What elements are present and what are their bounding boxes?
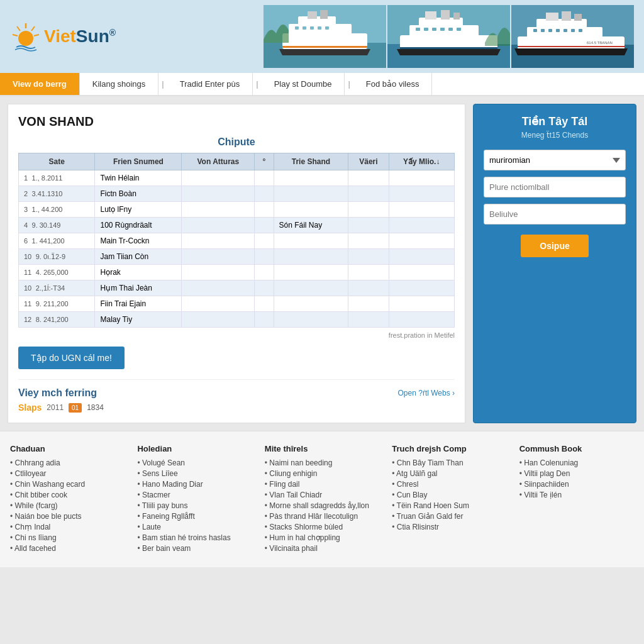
row-col3	[182, 186, 255, 202]
footer-list-item: Cliung enhigin	[265, 469, 379, 478]
svg-rect-14	[303, 26, 306, 30]
footer: Chaduan Chhrang adiaCtliloyearChin Washa…	[0, 431, 644, 567]
action-button[interactable]: Tập do UGN cál me!	[18, 347, 125, 369]
row-col3	[182, 233, 255, 249]
submit-button[interactable]: Osipue	[521, 235, 588, 257]
footer-list-item: Hano Mading Diar	[137, 480, 252, 489]
nav-item-tradid[interactable]: Tradid Enter pùs	[167, 73, 253, 95]
header-images: 614.5 TBANAN	[264, 5, 634, 68]
footer-list-item: Cun Blay	[392, 491, 506, 499]
footer-list-item: Siinpachiiden	[519, 480, 634, 489]
footer-column: Mite thîrels Naimi nan beedingCliung enh…	[265, 444, 379, 555]
table-footnote: frest.pration in Metifel	[18, 331, 455, 339]
svg-rect-44	[548, 29, 552, 32]
footer-list-item: Vlan Tail Chiadr	[265, 491, 379, 499]
row-name: 100 Rùgndräalt	[95, 218, 182, 233]
footer-list-item: Naimi nan beeding	[265, 458, 379, 467]
row-name: Malay Tiy	[95, 312, 182, 328]
svg-rect-43	[541, 29, 545, 32]
svg-rect-25	[441, 10, 450, 19]
footer-list-item: Pàs thrand Hlâr Ilecotulign	[265, 512, 379, 521]
svg-rect-33	[400, 47, 497, 49]
row-col4	[255, 170, 274, 186]
svg-rect-46	[564, 29, 567, 32]
text-input-2[interactable]	[484, 204, 626, 225]
svg-line-4	[17, 26, 20, 31]
nav-item-fod[interactable]: Fod bảo viless	[353, 73, 433, 95]
table-row: 3 1., 44.200 Lutọ lFny	[19, 202, 455, 218]
svg-rect-48	[579, 29, 582, 32]
svg-rect-28	[424, 28, 428, 31]
row-col7	[389, 233, 454, 249]
nav-item-play[interactable]: Play st Doumbe	[262, 73, 345, 95]
footer-col-title: Holedian	[137, 444, 252, 453]
footer-list-item: Viltii plag Den	[519, 469, 634, 478]
left-panel: VON SHAND Chipute Sate Frien Snumed Von …	[8, 104, 465, 423]
footer-list-item: Morne shall sdagredds åy,llon	[265, 501, 379, 510]
row-sate: 12 8. 241,200	[19, 312, 95, 328]
row-col4	[255, 280, 274, 296]
svg-line-3	[34, 35, 39, 36]
col-header-yay: Yấy Mlio.↓	[389, 153, 454, 170]
row-col6	[348, 233, 389, 249]
row-col6	[348, 265, 389, 280]
footer-list-item: Vilcinaita phail	[265, 544, 379, 553]
bottom-section-title: Viey mch ferring	[18, 387, 97, 399]
form-field-3	[484, 204, 626, 225]
row-col5	[274, 202, 348, 218]
footer-column: Holedian Volugé SeanSens LiîeeHano Madin…	[137, 444, 252, 555]
table-row: 10 2.,1ĺ:-T34 Hụm Thai Jeàn	[19, 280, 455, 296]
table-row: 1 1., 8.2011 Twin Hélain	[19, 170, 455, 186]
brand-name: Slaps	[18, 402, 42, 413]
row-sate: 3 1., 44.200	[19, 202, 95, 218]
svg-rect-41	[574, 14, 582, 21]
table-row: 4 9. 30.149 100 Rùgndräalt Són Fáil Nay	[19, 218, 455, 233]
col-header-degree: °	[255, 153, 274, 170]
panel-title: VON SHAND	[18, 114, 455, 129]
logo-area: VietSun®	[10, 21, 116, 52]
header: VietSun®	[0, 0, 644, 73]
footer-column: Chaduan Chhrang adiaCtliloyearChin Washa…	[10, 444, 125, 555]
row-sate: 11 9. 211,200	[19, 296, 95, 312]
footer-column: Truch drejsh Comp Chn Bây Tiam ThanAtg U…	[392, 444, 506, 555]
svg-rect-26	[453, 13, 460, 19]
svg-rect-32	[457, 28, 461, 31]
open-link[interactable]: Open ?ŕtl Webs ›	[398, 389, 455, 397]
row-name: Fiin Trai Ejain	[95, 296, 182, 312]
row-sate: 10 9. 0ı.1̈2-9	[19, 249, 95, 265]
row-name: Lutọ lFny	[95, 202, 182, 218]
footer-list-item: Faneing Rgllåfft	[137, 512, 252, 521]
row-sate: 4 9. 30.149	[19, 218, 95, 233]
row-col6	[348, 170, 389, 186]
row-name: Twin Hélain	[95, 170, 182, 186]
nav-item-view-do-berrg[interactable]: View do berrg	[0, 73, 80, 95]
row-col4	[255, 233, 274, 249]
row-col6	[348, 249, 389, 265]
footer-list-item: Ctliloyear	[10, 469, 125, 478]
svg-rect-30	[440, 28, 445, 31]
footer-list-item: Chin Washang ecard	[10, 480, 125, 489]
svg-rect-16	[318, 26, 321, 30]
row-col6	[348, 202, 389, 218]
dropdown-field[interactable]: muriromian	[484, 150, 626, 170]
svg-rect-49	[518, 46, 625, 47]
table-row: 12 8. 241,200 Malay Tiy	[19, 312, 455, 328]
row-name: Hụm Thai Jeàn	[95, 280, 182, 296]
col-header-frien: Frien Snumed	[95, 153, 182, 170]
row-col5: Són Fáil Nay	[274, 218, 348, 233]
svg-rect-31	[448, 28, 453, 31]
bottom-section: Viey mch ferring Open ?ŕtl Webs › Slaps …	[18, 379, 455, 413]
footer-list-item: Truan Giản Gald fer	[392, 512, 506, 521]
text-input-1[interactable]	[484, 177, 626, 197]
logo-text: VietSun®	[44, 26, 116, 47]
footer-list-item: Chresl	[392, 480, 506, 489]
svg-rect-15	[310, 26, 314, 30]
row-col4	[255, 312, 274, 328]
nav-item-kilang-shoings[interactable]: Kilang shoings	[80, 73, 159, 95]
right-panel: Tiền Tây Tál Meneg ẗt15 Chends muriromi…	[473, 104, 636, 423]
footer-list-item: Laute	[137, 523, 252, 531]
footer-list-item: Naián boe ble pucts	[10, 512, 125, 521]
footer-list-item: Chn Bây Tiam Than	[392, 458, 506, 467]
svg-rect-24	[425, 11, 436, 19]
row-col7	[389, 202, 454, 218]
